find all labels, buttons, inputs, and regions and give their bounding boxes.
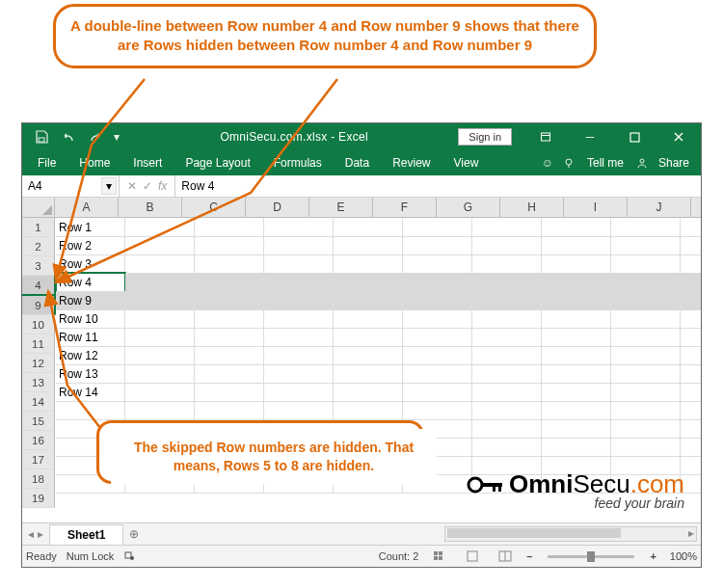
cell[interactable]: Row 4 <box>56 273 125 293</box>
cell[interactable] <box>125 254 195 274</box>
cell[interactable] <box>264 364 334 384</box>
cell[interactable] <box>472 273 542 293</box>
cell[interactable] <box>611 218 681 237</box>
cell[interactable] <box>681 419 701 439</box>
cell[interactable] <box>681 328 701 347</box>
cell[interactable] <box>125 346 195 365</box>
cell[interactable] <box>472 401 542 420</box>
view-pagebreak-icon[interactable] <box>494 548 517 565</box>
cell[interactable] <box>472 254 542 274</box>
cell[interactable] <box>125 328 195 347</box>
cell[interactable] <box>611 254 681 274</box>
cell[interactable] <box>681 383 701 402</box>
cell[interactable] <box>264 309 334 329</box>
cell[interactable]: Row 2 <box>56 236 125 255</box>
cell[interactable] <box>542 309 611 329</box>
cell[interactable] <box>264 346 334 365</box>
cell[interactable] <box>472 328 542 347</box>
qa-customize-icon[interactable]: ▾ <box>111 125 122 148</box>
cell[interactable] <box>334 236 403 255</box>
undo-icon[interactable] <box>57 125 80 148</box>
cell[interactable] <box>472 383 542 402</box>
cell[interactable] <box>264 328 334 347</box>
cell[interactable] <box>611 346 681 365</box>
cell[interactable] <box>681 218 701 237</box>
col-A[interactable]: A <box>55 198 119 217</box>
tab-insert[interactable]: Insert <box>121 150 174 175</box>
zoom-slider[interactable] <box>548 555 634 558</box>
cell[interactable] <box>611 401 681 420</box>
cell[interactable] <box>542 438 611 457</box>
cell[interactable] <box>542 218 611 237</box>
cell[interactable] <box>611 328 681 347</box>
cell[interactable] <box>403 291 472 310</box>
smiley-icon[interactable]: ☺ <box>539 154 556 172</box>
tab-pagelayout[interactable]: Page Layout <box>174 150 261 175</box>
signin-button[interactable]: Sign in <box>458 128 512 146</box>
cell[interactable] <box>472 236 542 255</box>
cell[interactable] <box>334 309 403 329</box>
share-button[interactable]: Share <box>655 156 693 170</box>
cell[interactable] <box>542 254 611 274</box>
cell[interactable]: Row 3 <box>56 254 125 274</box>
cell[interactable] <box>125 364 195 384</box>
cell[interactable]: Row 14 <box>56 383 125 402</box>
cell[interactable] <box>125 273 195 293</box>
cell[interactable] <box>195 291 264 310</box>
cell[interactable] <box>681 438 701 457</box>
cell[interactable] <box>611 236 681 255</box>
cell[interactable] <box>403 236 472 255</box>
cell[interactable] <box>542 401 611 420</box>
formula-input[interactable] <box>175 175 701 197</box>
col-C[interactable]: C <box>182 198 246 217</box>
cell[interactable] <box>195 328 264 347</box>
tell-me[interactable]: Tell me <box>581 156 629 170</box>
row-header[interactable]: 4 <box>22 276 56 296</box>
cell[interactable]: Row 12 <box>56 346 125 365</box>
cell[interactable] <box>334 346 403 365</box>
bulb-icon[interactable] <box>560 154 577 172</box>
tab-data[interactable]: Data <box>334 150 381 175</box>
cell[interactable] <box>264 291 334 310</box>
col-H[interactable]: H <box>500 198 564 217</box>
tab-home[interactable]: Home <box>67 150 121 175</box>
cell[interactable] <box>195 401 264 420</box>
row-header[interactable]: 17 <box>22 450 55 469</box>
cell[interactable] <box>542 364 611 384</box>
cell[interactable] <box>472 218 542 237</box>
cell[interactable]: Row 13 <box>56 364 125 384</box>
cell[interactable] <box>403 309 472 329</box>
close-icon[interactable] <box>656 123 701 150</box>
cell[interactable] <box>125 291 195 310</box>
cell[interactable] <box>403 401 472 420</box>
cell[interactable] <box>611 364 681 384</box>
cell[interactable] <box>334 328 403 347</box>
cell[interactable] <box>264 254 334 274</box>
cell[interactable] <box>125 401 195 420</box>
cell[interactable] <box>681 254 701 274</box>
cell[interactable] <box>472 419 542 439</box>
ribbon-display-icon[interactable] <box>523 123 568 150</box>
name-box-dropdown-icon[interactable]: ▾ <box>101 177 117 195</box>
row-header[interactable]: 13 <box>22 373 55 392</box>
sheet-nav-next-icon[interactable]: ▸ <box>38 527 43 541</box>
zoom-value[interactable]: 100% <box>670 550 697 562</box>
row-header[interactable]: 3 <box>22 256 55 276</box>
row-header[interactable]: 14 <box>22 392 55 412</box>
cell[interactable] <box>264 218 334 237</box>
macro-record-icon[interactable] <box>123 549 135 563</box>
cell[interactable] <box>264 236 334 255</box>
col-I[interactable]: I <box>564 198 628 217</box>
cancel-formula-icon[interactable]: ✕ <box>127 179 137 193</box>
cell[interactable] <box>264 401 334 420</box>
cell[interactable] <box>542 383 611 402</box>
tab-review[interactable]: Review <box>381 150 442 175</box>
cell[interactable] <box>472 346 542 365</box>
cell[interactable] <box>334 273 403 293</box>
cell[interactable] <box>472 364 542 384</box>
cell[interactable] <box>403 383 472 402</box>
row-header[interactable]: 9 <box>22 296 56 315</box>
row-header[interactable]: 15 <box>22 412 55 431</box>
tab-formulas[interactable]: Formulas <box>262 150 334 175</box>
horizontal-scrollbar[interactable]: ◂ ▸ <box>444 526 697 542</box>
